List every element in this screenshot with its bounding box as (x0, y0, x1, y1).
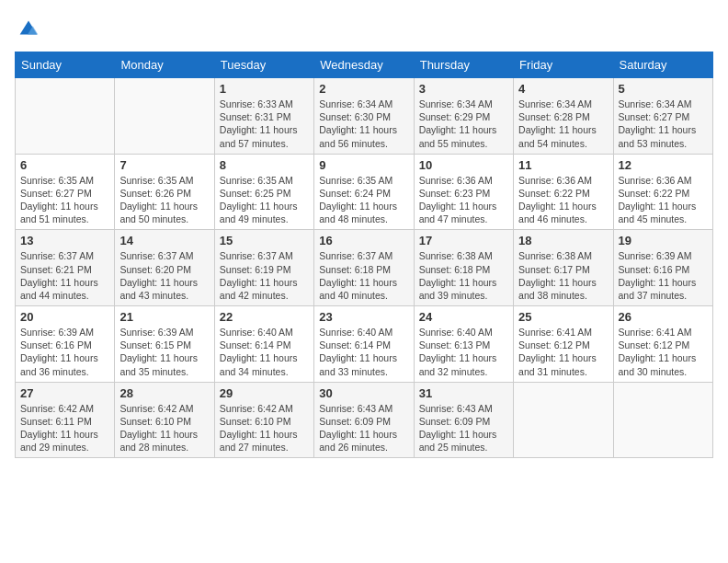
calendar-cell: 2Sunrise: 6:34 AM Sunset: 6:30 PM Daylig… (314, 78, 414, 155)
calendar-cell: 23Sunrise: 6:40 AM Sunset: 6:14 PM Dayli… (314, 306, 414, 383)
calendar-cell: 14Sunrise: 6:37 AM Sunset: 6:20 PM Dayli… (115, 230, 214, 306)
calendar-week-row: 20Sunrise: 6:39 AM Sunset: 6:16 PM Dayli… (16, 306, 713, 383)
day-info: Sunrise: 6:35 AM Sunset: 6:26 PM Dayligh… (119, 174, 209, 226)
day-info: Sunrise: 6:38 AM Sunset: 6:18 PM Dayligh… (419, 249, 508, 302)
day-number: 26 (619, 310, 708, 324)
calendar-cell: 7Sunrise: 6:35 AM Sunset: 6:26 PM Daylig… (115, 154, 214, 230)
calendar-cell (514, 382, 613, 458)
day-info: Sunrise: 6:43 AM Sunset: 6:09 PM Dayligh… (319, 402, 408, 454)
day-number: 12 (619, 158, 708, 172)
calendar-cell: 4Sunrise: 6:34 AM Sunset: 6:28 PM Daylig… (514, 78, 613, 155)
day-info: Sunrise: 6:42 AM Sunset: 6:11 PM Dayligh… (20, 402, 109, 454)
calendar-cell: 6Sunrise: 6:35 AM Sunset: 6:27 PM Daylig… (16, 154, 115, 230)
weekday-header-thursday: Thursday (414, 52, 513, 78)
calendar-cell (115, 78, 214, 155)
day-info: Sunrise: 6:39 AM Sunset: 6:16 PM Dayligh… (20, 326, 109, 378)
weekday-header-saturday: Saturday (613, 52, 712, 78)
day-number: 15 (220, 234, 309, 247)
day-number: 21 (119, 310, 209, 324)
calendar-cell: 12Sunrise: 6:36 AM Sunset: 6:22 PM Dayli… (613, 154, 712, 230)
day-number: 22 (220, 310, 309, 324)
day-number: 5 (619, 82, 708, 96)
page-header (15, 15, 713, 40)
day-number: 6 (20, 158, 109, 172)
calendar-cell: 15Sunrise: 6:37 AM Sunset: 6:19 PM Dayli… (214, 230, 313, 306)
calendar-cell: 11Sunrise: 6:36 AM Sunset: 6:22 PM Dayli… (514, 154, 613, 230)
calendar-cell: 26Sunrise: 6:41 AM Sunset: 6:12 PM Dayli… (613, 306, 712, 383)
day-number: 1 (220, 82, 309, 96)
day-info: Sunrise: 6:40 AM Sunset: 6:14 PM Dayligh… (220, 326, 309, 378)
day-info: Sunrise: 6:35 AM Sunset: 6:25 PM Dayligh… (220, 174, 309, 226)
day-info: Sunrise: 6:34 AM Sunset: 6:30 PM Dayligh… (319, 98, 408, 150)
day-info: Sunrise: 6:33 AM Sunset: 6:31 PM Dayligh… (220, 98, 309, 150)
day-info: Sunrise: 6:35 AM Sunset: 6:27 PM Dayligh… (20, 174, 109, 226)
day-number: 28 (119, 386, 209, 400)
day-info: Sunrise: 6:40 AM Sunset: 6:13 PM Dayligh… (419, 326, 508, 378)
day-info: Sunrise: 6:41 AM Sunset: 6:12 PM Dayligh… (619, 326, 708, 378)
logo-icon (16, 15, 41, 40)
day-number: 7 (119, 158, 209, 172)
day-number: 27 (20, 386, 109, 400)
logo (15, 15, 43, 40)
calendar-cell: 30Sunrise: 6:43 AM Sunset: 6:09 PM Dayli… (314, 382, 414, 458)
day-info: Sunrise: 6:42 AM Sunset: 6:10 PM Dayligh… (119, 402, 209, 454)
calendar-cell: 13Sunrise: 6:37 AM Sunset: 6:21 PM Dayli… (16, 230, 115, 306)
day-info: Sunrise: 6:34 AM Sunset: 6:29 PM Dayligh… (419, 98, 508, 150)
calendar-cell: 25Sunrise: 6:41 AM Sunset: 6:12 PM Dayli… (514, 306, 613, 383)
day-number: 18 (518, 234, 608, 247)
calendar-cell: 31Sunrise: 6:43 AM Sunset: 6:09 PM Dayli… (414, 382, 513, 458)
calendar-cell: 21Sunrise: 6:39 AM Sunset: 6:15 PM Dayli… (115, 306, 214, 383)
day-info: Sunrise: 6:38 AM Sunset: 6:17 PM Dayligh… (518, 249, 608, 302)
weekday-header-sunday: Sunday (16, 52, 115, 78)
day-number: 10 (419, 158, 508, 172)
day-info: Sunrise: 6:34 AM Sunset: 6:27 PM Dayligh… (619, 98, 708, 150)
calendar-week-row: 1Sunrise: 6:33 AM Sunset: 6:31 PM Daylig… (16, 78, 713, 155)
weekday-header-friday: Friday (514, 52, 613, 78)
day-number: 4 (518, 82, 608, 96)
day-info: Sunrise: 6:34 AM Sunset: 6:28 PM Dayligh… (518, 98, 608, 150)
day-number: 31 (419, 386, 508, 400)
day-info: Sunrise: 6:36 AM Sunset: 6:22 PM Dayligh… (518, 174, 608, 226)
calendar-week-row: 13Sunrise: 6:37 AM Sunset: 6:21 PM Dayli… (16, 230, 713, 306)
day-number: 9 (319, 158, 408, 172)
calendar-cell: 22Sunrise: 6:40 AM Sunset: 6:14 PM Dayli… (214, 306, 313, 383)
day-number: 24 (419, 310, 508, 324)
day-number: 8 (220, 158, 309, 172)
day-number: 17 (419, 234, 508, 247)
day-number: 11 (518, 158, 608, 172)
calendar-cell: 1Sunrise: 6:33 AM Sunset: 6:31 PM Daylig… (214, 78, 313, 155)
day-info: Sunrise: 6:42 AM Sunset: 6:10 PM Dayligh… (220, 402, 309, 454)
day-number: 30 (319, 386, 408, 400)
day-info: Sunrise: 6:41 AM Sunset: 6:12 PM Dayligh… (518, 326, 608, 378)
day-info: Sunrise: 6:36 AM Sunset: 6:23 PM Dayligh… (419, 174, 508, 226)
calendar-cell: 5Sunrise: 6:34 AM Sunset: 6:27 PM Daylig… (613, 78, 712, 155)
calendar-cell: 27Sunrise: 6:42 AM Sunset: 6:11 PM Dayli… (16, 382, 115, 458)
day-info: Sunrise: 6:43 AM Sunset: 6:09 PM Dayligh… (419, 402, 508, 454)
day-number: 20 (20, 310, 109, 324)
day-info: Sunrise: 6:35 AM Sunset: 6:24 PM Dayligh… (319, 174, 408, 226)
calendar-cell: 28Sunrise: 6:42 AM Sunset: 6:10 PM Dayli… (115, 382, 214, 458)
day-info: Sunrise: 6:37 AM Sunset: 6:18 PM Dayligh… (319, 249, 408, 302)
day-number: 3 (419, 82, 508, 96)
calendar-cell: 10Sunrise: 6:36 AM Sunset: 6:23 PM Dayli… (414, 154, 513, 230)
calendar-cell: 29Sunrise: 6:42 AM Sunset: 6:10 PM Dayli… (214, 382, 313, 458)
calendar-table: SundayMondayTuesdayWednesdayThursdayFrid… (15, 52, 713, 458)
day-info: Sunrise: 6:40 AM Sunset: 6:14 PM Dayligh… (319, 326, 408, 378)
day-number: 19 (619, 234, 708, 247)
day-number: 2 (319, 82, 408, 96)
calendar-cell: 8Sunrise: 6:35 AM Sunset: 6:25 PM Daylig… (214, 154, 313, 230)
calendar-cell (16, 78, 115, 155)
weekday-header-wednesday: Wednesday (314, 52, 414, 78)
day-number: 29 (220, 386, 309, 400)
calendar-cell: 3Sunrise: 6:34 AM Sunset: 6:29 PM Daylig… (414, 78, 513, 155)
day-info: Sunrise: 6:39 AM Sunset: 6:16 PM Dayligh… (619, 249, 708, 302)
day-number: 13 (20, 234, 109, 247)
day-info: Sunrise: 6:37 AM Sunset: 6:21 PM Dayligh… (20, 249, 109, 302)
calendar-cell: 19Sunrise: 6:39 AM Sunset: 6:16 PM Dayli… (613, 230, 712, 306)
calendar-cell: 18Sunrise: 6:38 AM Sunset: 6:17 PM Dayli… (514, 230, 613, 306)
day-number: 16 (319, 234, 408, 247)
calendar-cell: 24Sunrise: 6:40 AM Sunset: 6:13 PM Dayli… (414, 306, 513, 383)
day-number: 25 (518, 310, 608, 324)
calendar-cell: 20Sunrise: 6:39 AM Sunset: 6:16 PM Dayli… (16, 306, 115, 383)
day-number: 23 (319, 310, 408, 324)
